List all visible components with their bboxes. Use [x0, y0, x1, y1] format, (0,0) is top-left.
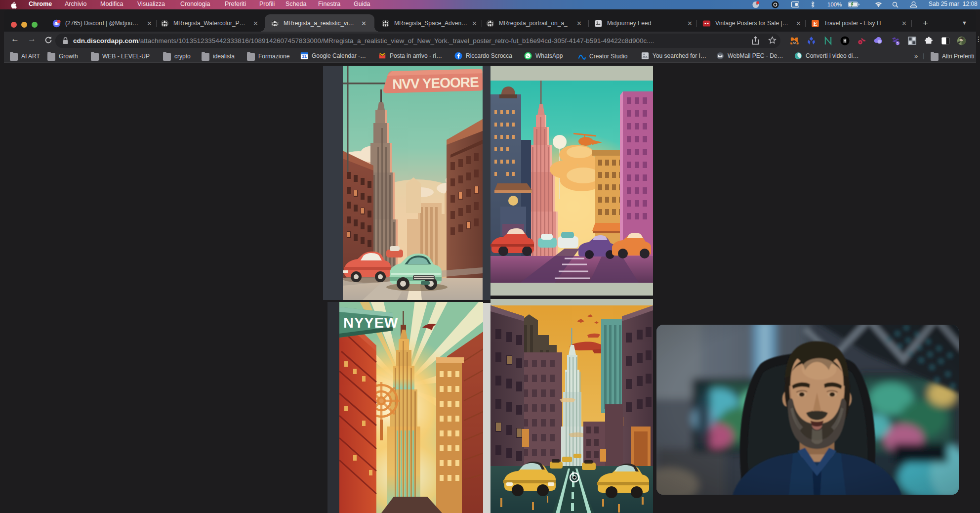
- svg-text:E: E: [814, 20, 817, 27]
- svg-text:5: 5: [897, 42, 898, 45]
- svg-text:NVV YEOORE: NVV YEOORE: [392, 74, 480, 92]
- svg-text:NYYEW: NYYEW: [343, 315, 398, 331]
- svg-text:31: 31: [302, 54, 307, 59]
